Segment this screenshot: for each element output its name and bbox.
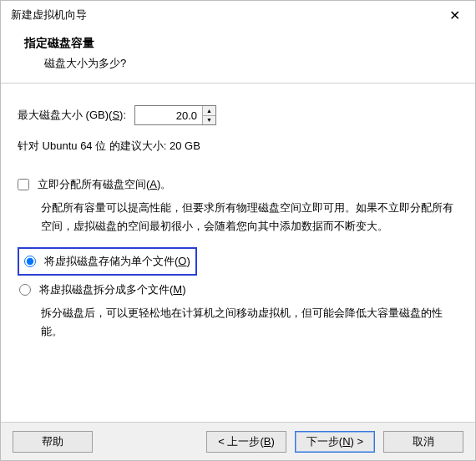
close-button[interactable]: ✕ xyxy=(437,3,472,27)
page-title: 指定磁盘容量 xyxy=(24,36,465,51)
recommended-size-text: 针对 Ubuntu 64 位 的建议大小: 20 GB xyxy=(18,139,458,154)
spinner-up-button[interactable]: ▲ xyxy=(203,106,215,115)
window-title: 新建虚拟机向导 xyxy=(11,8,437,23)
highlighted-option: 将虚拟磁盘存储为单个文件(O) xyxy=(18,247,197,276)
page-subtitle: 磁盘大小为多少? xyxy=(24,56,465,71)
next-button[interactable]: 下一步(N) > xyxy=(295,431,375,453)
cancel-button[interactable]: 取消 xyxy=(383,431,463,453)
allocate-now-description: 分配所有容量可以提高性能，但要求所有物理磁盘空间立即可用。如果不立即分配所有空间… xyxy=(18,194,458,236)
spinner-down-button[interactable]: ▼ xyxy=(203,115,215,125)
wizard-header: 指定磁盘容量 磁盘大小为多少? xyxy=(1,29,475,83)
store-single-label: 将虚拟磁盘存储为单个文件(O) xyxy=(44,254,190,269)
disk-size-label: 最大磁盘大小 (GB)(S): xyxy=(18,108,126,123)
chevron-up-icon: ▲ xyxy=(206,108,212,114)
titlebar: 新建虚拟机向导 ✕ xyxy=(1,1,475,29)
store-split-description: 拆分磁盘后，可以更轻松地在计算机之间移动虚拟机，但可能会降低大容量磁盘的性能。 xyxy=(18,299,458,341)
spinner-buttons: ▲ ▼ xyxy=(202,106,215,124)
allocate-now-option[interactable]: 立即分配所有磁盘空间(A)。 xyxy=(18,175,458,194)
back-button[interactable]: < 上一步(B) xyxy=(206,431,286,453)
store-split-option[interactable]: 将虚拟磁盘拆分成多个文件(M) xyxy=(19,281,458,299)
footer-bar: 帮助 < 上一步(B) 下一步(N) > 取消 xyxy=(1,422,475,460)
store-single-radio[interactable] xyxy=(24,256,36,267)
disk-size-row: 最大磁盘大小 (GB)(S): ▲ ▼ xyxy=(18,105,458,125)
allocate-now-checkbox[interactable] xyxy=(18,179,29,190)
help-button[interactable]: 帮助 xyxy=(13,431,93,453)
chevron-down-icon: ▼ xyxy=(206,117,212,123)
allocate-now-label: 立即分配所有磁盘空间(A)。 xyxy=(38,177,171,192)
content-area: 最大磁盘大小 (GB)(S): ▲ ▼ 针对 Ubuntu 64 位 的建议大小… xyxy=(1,84,475,361)
storage-block: 将虚拟磁盘存储为单个文件(O) 将虚拟磁盘拆分成多个文件(M) 拆分磁盘后，可以… xyxy=(18,247,458,341)
store-single-option[interactable]: 将虚拟磁盘存储为单个文件(O) xyxy=(24,252,190,271)
store-split-label: 将虚拟磁盘拆分成多个文件(M) xyxy=(39,282,186,297)
allocate-block: 立即分配所有磁盘空间(A)。 分配所有容量可以提高性能，但要求所有物理磁盘空间立… xyxy=(18,175,458,236)
store-split-radio[interactable] xyxy=(19,284,31,296)
close-icon: ✕ xyxy=(449,8,460,23)
disk-size-input[interactable] xyxy=(135,106,202,124)
disk-size-spinner[interactable]: ▲ ▼ xyxy=(134,105,216,125)
